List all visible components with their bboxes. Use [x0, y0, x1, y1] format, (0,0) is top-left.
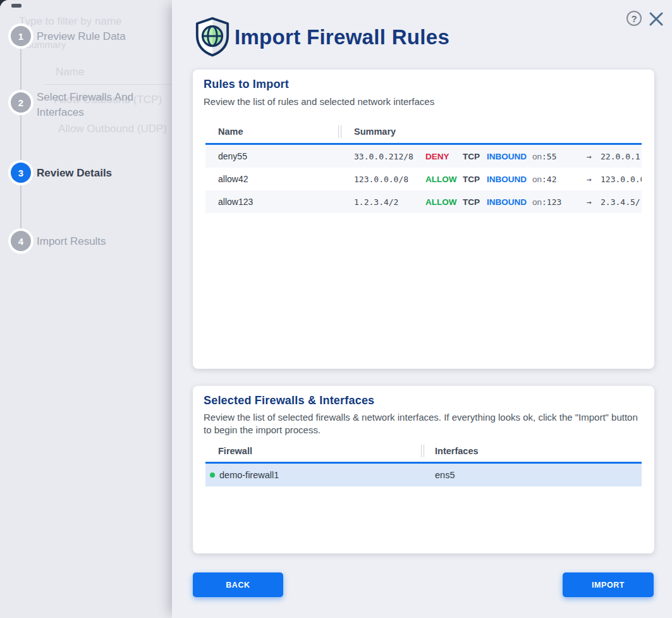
- arrow-icon: →: [587, 197, 592, 207]
- rule-direction: INBOUND: [487, 152, 527, 161]
- rule-source: 33.0.0.212/8: [354, 152, 413, 161]
- rule-name: allow42: [218, 174, 248, 184]
- step-1-label: Preview Rule Data: [37, 29, 160, 44]
- rule-protocol: TCP: [463, 152, 480, 161]
- ghost-name-header: Name: [56, 66, 84, 78]
- rule-source: 1.2.3.4/2: [354, 197, 398, 207]
- rule-on-word: on: [532, 152, 542, 161]
- rule-action-badge: ALLOW: [425, 175, 457, 184]
- rule-action-badge: ALLOW: [425, 197, 457, 207]
- online-status-dot: [210, 473, 215, 478]
- rule-direction: INBOUND: [487, 197, 527, 207]
- step-4-circle: 4: [11, 231, 31, 251]
- back-button[interactable]: BACK: [193, 572, 283, 597]
- rule-port: :123: [542, 197, 561, 207]
- column-resize-handle[interactable]: [421, 445, 424, 457]
- step-3-circle: 3: [11, 163, 31, 183]
- column-header-interfaces: Interfaces: [435, 446, 479, 456]
- import-button[interactable]: IMPORT: [563, 572, 654, 597]
- rules-table-body: deny55 33.0.0.212/8 DENY TCP INBOUND on …: [205, 145, 642, 213]
- selected-firewalls-card: Selected Firewalls & Interfaces Review t…: [193, 386, 654, 553]
- ghost-rule-udp: Allow Outbound (UDP): [58, 123, 167, 135]
- rules-card-title: Rules to Import: [204, 78, 289, 91]
- wizard-stepper-panel: Type to filter by name Summary Name Allo…: [0, 0, 172, 618]
- column-header-summary: Summary: [354, 127, 396, 137]
- arrow-icon: →: [587, 152, 592, 161]
- step-1-circle: 1: [11, 26, 31, 46]
- rule-on-word: on: [532, 175, 542, 184]
- rule-destination: 22.0.0.1: [601, 152, 640, 161]
- shield-globe-icon: [194, 15, 231, 58]
- rule-name: deny55: [218, 151, 247, 161]
- rule-on-word: on: [532, 197, 542, 207]
- rules-card-subtitle: Review the list of rules and selected ne…: [204, 96, 434, 108]
- close-icon[interactable]: [648, 11, 664, 27]
- rule-port: :42: [542, 175, 556, 184]
- rule-row-allow123[interactable]: allow123 1.2.3.4/2 ALLOW TCP INBOUND on …: [205, 190, 642, 213]
- stepper-connector-line: [20, 36, 21, 242]
- background-menu-fragment: [11, 4, 21, 8]
- rule-source: 123.0.0.0/8: [354, 175, 408, 184]
- firewall-row-demo-firewall1[interactable]: demo-firewall1 ens5: [205, 464, 642, 486]
- rule-protocol: TCP: [463, 175, 480, 184]
- help-icon[interactable]: ?: [626, 11, 642, 26]
- rule-port: :55: [542, 152, 556, 161]
- arrow-icon: →: [587, 175, 592, 184]
- firewalls-card-title: Selected Firewalls & Interfaces: [204, 394, 374, 407]
- step-2-circle: 2: [11, 92, 31, 113]
- column-resize-handle[interactable]: [338, 125, 341, 138]
- step-4-label: Import Results: [37, 234, 160, 249]
- ghost-divider: [44, 84, 172, 85]
- column-header-firewall: Firewall: [218, 446, 252, 456]
- rule-destination: 123.0.0.0: [601, 175, 642, 184]
- import-wizard-modal: Type to filter by name Summary Name Allo…: [0, 0, 672, 618]
- rule-row-allow42[interactable]: allow42 123.0.0.0/8 ALLOW TCP INBOUND on…: [205, 168, 642, 190]
- rule-destination: 2.3.4.5/: [601, 197, 640, 207]
- rule-name: allow123: [218, 197, 253, 207]
- rule-action-badge: DENY: [425, 152, 449, 161]
- rule-direction: INBOUND: [487, 175, 527, 184]
- rule-protocol: TCP: [463, 197, 480, 207]
- step-3-label: Review Details: [37, 166, 160, 181]
- column-header-name: Name: [218, 127, 243, 137]
- page-title: Import Firewall Rules: [235, 25, 449, 49]
- firewall-interfaces: ens5: [435, 470, 455, 480]
- firewalls-card-subtitle: Review the list of selected firewalls & …: [204, 411, 642, 436]
- firewall-name: demo-firewall1: [219, 470, 279, 480]
- rules-to-import-card: Rules to Import Review the list of rules…: [193, 70, 654, 369]
- rule-row-deny55[interactable]: deny55 33.0.0.212/8 DENY TCP INBOUND on …: [205, 145, 642, 168]
- ghost-filter-placeholder: Type to filter by name: [19, 15, 122, 28]
- step-2-label: Select Firewalls And Interfaces: [37, 90, 144, 120]
